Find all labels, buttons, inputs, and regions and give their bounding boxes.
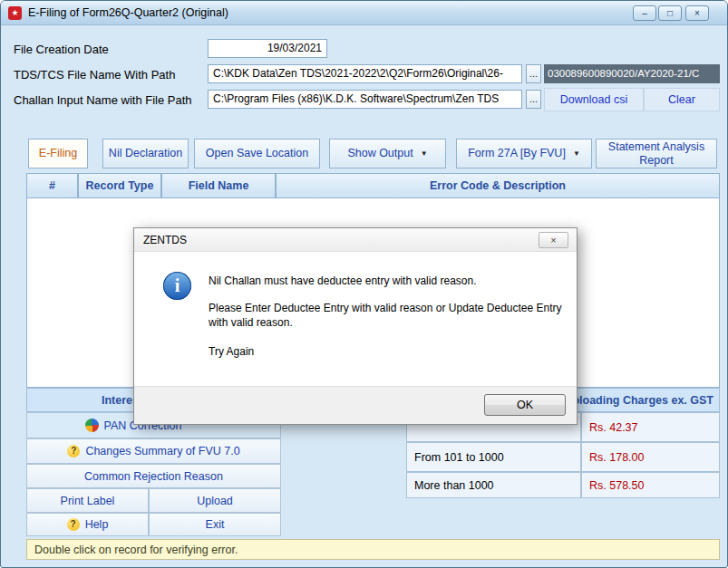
maximize-button[interactable]: □ <box>658 5 682 21</box>
tab-open-save-location[interactable]: Open Save Location <box>194 139 320 168</box>
charges-row-2-amount: Rs. 178.00 <box>581 442 720 472</box>
print-label-button[interactable]: Print Label <box>26 488 149 513</box>
tab-nil-declaration[interactable]: Nil Declaration <box>102 139 189 168</box>
tab-statement-analysis-report[interactable]: Statement Analysis Report <box>596 139 717 168</box>
error-table-header-field-name: Field Name <box>161 173 276 198</box>
tab-e-filing[interactable]: E-Filing <box>28 139 88 168</box>
help-label: Help <box>85 518 109 531</box>
file-creation-date-input[interactable]: 19/03/2021 <box>208 39 327 58</box>
pan-correction-icon <box>85 419 99 432</box>
help-button[interactable]: ? Help <box>26 513 149 536</box>
error-table-header-error-description: Error Code & Description <box>276 173 720 198</box>
dialog-message: Nil Challan must have deductee entry wit… <box>209 274 575 359</box>
dialog-message-line-2: Please Enter Deductee Entry with valid r… <box>209 301 575 330</box>
common-rejection-reason-label: Common Rejection Reason <box>84 470 223 483</box>
print-label-label: Print Label <box>61 495 115 507</box>
tab-nil-declaration-label: Nil Declaration <box>109 147 182 160</box>
challan-path-browse-button[interactable]: ... <box>526 90 541 109</box>
minimize-button[interactable]: – <box>633 5 656 21</box>
dialog-title: ZENTDS <box>143 234 187 246</box>
question-badge-icon: ? <box>67 445 80 457</box>
charges-row-3-label: More than 1000 <box>406 472 581 498</box>
info-icon: i <box>163 272 191 300</box>
tab-e-filing-label: E-Filing <box>39 147 77 160</box>
app-window: ★ E-Filing of Form26Q-Quarter2 (Original… <box>0 0 728 568</box>
exit-label: Exit <box>206 518 225 531</box>
titlebar: ★ E-Filing of Form26Q-Quarter2 (Original… <box>1 1 727 25</box>
challan-path-input[interactable]: C:\Program Files (x86)\K.D.K. Software\S… <box>208 90 522 109</box>
chevron-down-icon: ▼ <box>421 147 428 160</box>
upload-label: Upload <box>197 495 233 507</box>
tab-show-output-label: Show Output <box>347 147 413 160</box>
tds-path-input[interactable]: C:\KDK Data\Zen TDS\2021-2022\2\Q2\Form2… <box>208 64 522 83</box>
dialog-body: i Nil Challan must have deductee entry w… <box>134 252 577 388</box>
error-table-header-index: # <box>26 173 78 198</box>
ok-button[interactable]: OK <box>484 394 566 416</box>
tds-path-suffix-display: 030089600890020/AY2020-21/C <box>544 64 720 83</box>
error-table-header-record-type: Record Type <box>78 173 161 198</box>
download-csi-button[interactable]: Download csi <box>544 88 644 111</box>
challan-path-label: Challan Input Name with File Path <box>14 93 192 107</box>
charges-row-3-amount: Rs. 578.50 <box>581 472 720 498</box>
chevron-down-icon: ▼ <box>573 147 580 160</box>
dialog-titlebar: ZENTDS <box>134 228 577 252</box>
charges-row-2-label: From 101 to 1000 <box>406 442 581 472</box>
app-logo-icon: ★ <box>8 6 22 20</box>
zentds-message-dialog: ZENTDS × i Nil Challan must have deducte… <box>133 227 578 425</box>
tab-form-27a-label: Form 27A [By FVU] <box>468 147 566 160</box>
file-creation-date-label: File Creation Date <box>14 43 109 56</box>
exit-button[interactable]: Exit <box>149 513 281 536</box>
tds-path-label: TDS/TCS File Name With Path <box>14 68 175 82</box>
dialog-message-line-3: Try Again <box>209 344 575 359</box>
upload-button[interactable]: Upload <box>149 488 281 513</box>
dialog-message-line-1: Nil Challan must have deductee entry wit… <box>209 274 575 288</box>
dialog-close-button[interactable]: × <box>539 232 568 248</box>
tab-form-27a[interactable]: Form 27A [By FVU] ▼ <box>456 139 592 168</box>
tds-path-browse-button[interactable]: ... <box>526 64 541 83</box>
changes-summary-button[interactable]: ? Changes Summary of FVU 7.0 <box>26 438 281 464</box>
question-badge-icon: ? <box>67 518 80 531</box>
status-bar: Double click on record for verifying err… <box>26 539 720 560</box>
tab-show-output[interactable]: Show Output ▼ <box>329 139 446 168</box>
common-rejection-reason-button[interactable]: Common Rejection Reason <box>26 464 281 488</box>
tab-open-save-location-label: Open Save Location <box>206 147 308 160</box>
changes-summary-label: Changes Summary of FVU 7.0 <box>85 445 239 457</box>
tab-statement-analysis-report-label: Statement Analysis Report <box>600 140 713 168</box>
window-title: E-Filing of Form26Q-Quarter2 (Original) <box>28 1 228 25</box>
charges-row-1-amount: Rs. 42.37 <box>581 412 720 442</box>
clear-button[interactable]: Clear <box>644 88 720 111</box>
dialog-footer: OK <box>134 386 577 424</box>
close-button[interactable]: × <box>685 5 709 21</box>
